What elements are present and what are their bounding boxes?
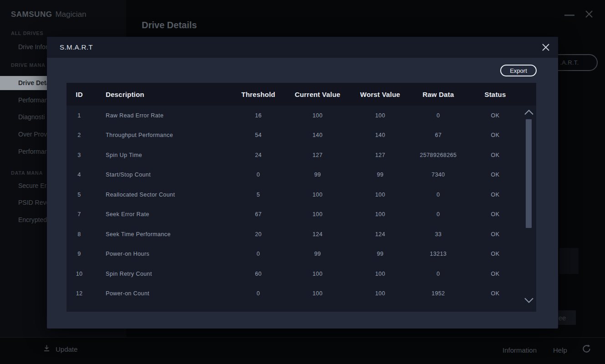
table-cell: OK	[468, 231, 523, 238]
table-cell: 54	[233, 132, 283, 138]
table-cell: 127	[283, 152, 352, 158]
table-cell: 124	[283, 231, 352, 238]
update-button[interactable]: Update	[43, 344, 77, 354]
table-cell: 100	[352, 271, 409, 277]
table-cell: 1952	[409, 290, 468, 297]
table-cell: 60	[233, 271, 283, 277]
table-cell: 8	[67, 231, 92, 238]
table-cell: 67	[233, 211, 283, 217]
dialog-title: S.M.A.R.T	[60, 37, 93, 58]
scrollbar-thumb[interactable]	[526, 119, 532, 228]
table-cell: 100	[352, 192, 409, 198]
table-cell: OK	[468, 172, 523, 178]
sidebar-item-performance-benchmark[interactable]: Performan	[18, 148, 48, 155]
export-button-label: Export	[510, 67, 527, 74]
table-cell: OK	[468, 271, 523, 277]
sidebar-item-drive-information[interactable]: Drive Infor	[18, 43, 48, 51]
table-row: 4Start/Stop Count099997340OK	[67, 165, 536, 185]
column-header-status: Status	[468, 91, 523, 98]
table-cell: 100	[283, 290, 352, 297]
table-cell: 140	[283, 132, 352, 138]
table-cell: 100	[283, 211, 352, 217]
update-label: Update	[56, 345, 77, 353]
table-cell: 67	[409, 132, 468, 138]
table-cell: Seek Time Performance	[92, 231, 233, 238]
sidebar-item-psid-revert[interactable]: PSID Reve	[18, 199, 50, 206]
table-cell: Reallocated Sector Count	[92, 192, 233, 198]
table-cell: 0	[233, 290, 283, 297]
table-cell: OK	[468, 132, 523, 138]
sidebar-item-secure-erase[interactable]: Secure Era	[18, 182, 50, 189]
column-header-raw-data: Raw Data	[409, 91, 468, 98]
table-cell: 20	[233, 231, 283, 238]
table-cell: 100	[352, 112, 409, 119]
table-cell: 10	[67, 271, 92, 277]
chevron-up-icon[interactable]	[524, 109, 534, 117]
background-panel-fragment	[559, 248, 579, 274]
table-cell: 100	[283, 271, 352, 277]
table-row: 3Spin Up Time2412712725789268265OK	[67, 145, 536, 165]
table-row: 8Seek Time Performance2012412433OK	[67, 224, 536, 244]
table-cell: 124	[352, 231, 409, 238]
table-cell: 0	[409, 112, 468, 119]
table-cell: 1	[67, 112, 92, 119]
table-cell: 16	[233, 112, 283, 119]
sidebar-item-performance-optimization[interactable]: Performan	[18, 96, 48, 104]
sidebar-section-data-management: DATA MANA	[11, 170, 43, 176]
column-header-description: Description	[92, 91, 233, 98]
table-cell: 33	[409, 231, 468, 238]
chevron-down-icon[interactable]	[524, 297, 534, 306]
column-header-current-value: Current Value	[283, 91, 352, 98]
table-cell: 7340	[409, 172, 468, 178]
table-row: 12Power-on Count01001001952OK	[67, 284, 536, 304]
table-cell: 127	[352, 152, 409, 158]
minimize-icon[interactable]	[564, 15, 574, 16]
table-row: 1Raw Read Error Rate161001000OK	[67, 106, 536, 126]
table-cell: Power-on Hours	[92, 251, 233, 257]
table-cell: 3	[67, 152, 92, 158]
table-cell: 4	[67, 172, 92, 178]
table-cell: Spin Up Time	[92, 152, 233, 158]
sidebar-item-drive-details[interactable]: Drive Deta	[18, 79, 50, 86]
table-row: 7Seek Error Rate671001000OK	[67, 205, 536, 225]
table-cell: 9	[67, 251, 92, 257]
sidebar-item-diagnostic-scan[interactable]: Diagnosti	[18, 113, 45, 121]
table-cell: 24	[233, 152, 283, 158]
sidebar-item-over-provisioning[interactable]: Over Prov	[18, 131, 47, 138]
dialog-header: S.M.A.R.T	[47, 37, 558, 58]
sidebar-section-all-drives: ALL DRIVES	[11, 30, 43, 36]
table-cell: Throughput Performance	[92, 132, 233, 138]
table-cell: OK	[468, 152, 523, 158]
information-link[interactable]: Information	[502, 346, 537, 354]
smart-dialog: S.M.A.R.T Export ID Description Threshol…	[47, 37, 558, 329]
smart-page-button-label: .A.R.T.	[560, 59, 579, 66]
column-header-worst-value: Worst Value	[352, 91, 409, 98]
export-button[interactable]: Export	[500, 65, 537, 76]
page-title: Drive Details	[142, 20, 197, 30]
table-cell: OK	[468, 211, 523, 217]
table-cell: 12	[67, 290, 92, 297]
logo-samsung: SAMSUNG	[11, 10, 52, 19]
refresh-icon[interactable]	[582, 344, 591, 355]
table-cell: Raw Read Error Rate	[92, 112, 233, 119]
sidebar-item-encrypted-drive[interactable]: Encrypted	[18, 216, 47, 223]
column-header-id: ID	[67, 91, 92, 98]
app-logo: SAMSUNGMagician	[11, 10, 86, 19]
close-icon[interactable]	[584, 10, 594, 20]
table-cell: 2	[67, 132, 92, 138]
table-cell: 99	[283, 172, 352, 178]
table-cell: Start/Stop Count	[92, 172, 233, 178]
table-cell: 0	[409, 192, 468, 198]
table-cell: OK	[468, 112, 523, 119]
help-link[interactable]: Help	[553, 346, 567, 354]
table-cell: 99	[283, 251, 352, 257]
table-cell: Power-on Count	[92, 290, 233, 297]
table-cell: 5	[67, 192, 92, 198]
table-cell: 100	[283, 112, 352, 119]
table-cell: OK	[468, 251, 523, 257]
table-cell: 99	[352, 251, 409, 257]
table-cell: 13213	[409, 251, 468, 257]
dialog-close-icon[interactable]	[541, 43, 550, 52]
table-row: 2Throughput Performance5414014067OK	[67, 126, 536, 146]
sidebar-section-drive-management: DRIVE MANA	[11, 62, 46, 68]
